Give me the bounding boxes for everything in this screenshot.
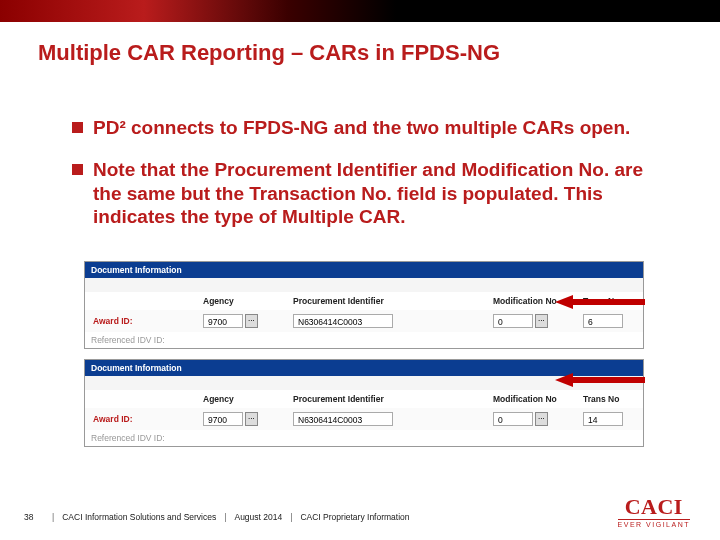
award-id-label: Award ID: [89,314,199,328]
footer-separator: | [224,512,226,522]
col-transno: Trans No [579,392,639,406]
modno-value: 0 [493,314,533,328]
screenshot-area: Document Information Agency Procurement … [0,247,720,447]
transno-value: 6 [583,314,623,328]
agency-lookup-button[interactable]: ··· [245,412,258,426]
logo-tagline: EVER VIGILANT [618,521,690,528]
modno-value: 0 [493,412,533,426]
bullet-text: PD² connects to FPDS-NG and the two mult… [93,116,630,140]
bullet-list: PD² connects to FPDS-NG and the two mult… [0,66,720,229]
col-modno: Modification No [489,294,579,308]
panel-spacer [85,278,643,292]
panel-spacer [85,376,643,390]
modno-lookup-button[interactable]: ··· [535,314,548,328]
referenced-idv-row: Referenced IDV ID: [85,332,643,348]
bullet-item: Note that the Procurement Identifier and… [72,158,660,229]
col-agency: Agency [199,392,289,406]
footer-separator: | [52,512,54,522]
panel-header: Document Information [85,262,643,278]
logo-brand: CACI [618,496,690,520]
fpds-panel: Document Information Agency Procurement … [84,261,644,349]
slide-title: Multiple CAR Reporting – CARs in FPDS-NG [0,22,720,66]
footer-org: CACI Information Solutions and Services [62,512,216,522]
footer: 38 | CACI Information Solutions and Serv… [0,512,720,522]
col-procid: Procurement Identifier [289,392,429,406]
fpds-panel: Document Information Agency Procurement … [84,359,644,447]
procid-value: N6306414C0003 [293,412,393,426]
bullet-square-icon [72,164,83,175]
award-id-label: Award ID: [89,412,199,426]
top-accent-bar [0,0,720,22]
transno-value: 14 [583,412,623,426]
panel-header: Document Information [85,360,643,376]
agency-lookup-button[interactable]: ··· [245,314,258,328]
col-modno: Modification No [489,392,579,406]
column-headers: Agency Procurement Identifier Modificati… [85,390,643,408]
field-row: Award ID: 9700 ··· N6306414C0003 0 ··· 6 [85,310,643,332]
bullet-square-icon [72,122,83,133]
bullet-text: Note that the Procurement Identifier and… [93,158,660,229]
field-row: Award ID: 9700 ··· N6306414C0003 0 ··· 1… [85,408,643,430]
agency-value: 9700 [203,314,243,328]
referenced-idv-row: Referenced IDV ID: [85,430,643,446]
col-agency: Agency [199,294,289,308]
col-procid: Procurement Identifier [289,294,429,308]
bullet-item: PD² connects to FPDS-NG and the two mult… [72,116,660,140]
modno-lookup-button[interactable]: ··· [535,412,548,426]
footer-date: August 2014 [234,512,282,522]
footer-separator: | [290,512,292,522]
agency-value: 9700 [203,412,243,426]
footer-rights: CACI Proprietary Information [300,512,409,522]
procid-value: N6306414C0003 [293,314,393,328]
column-headers: Agency Procurement Identifier Modificati… [85,292,643,310]
company-logo: CACI EVER VIGILANT [618,496,690,528]
col-transno: Trans No [579,294,639,308]
page-number: 38 [24,512,44,522]
